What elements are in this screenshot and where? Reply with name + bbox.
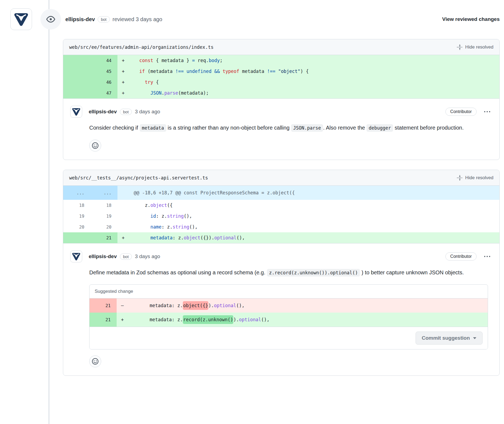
code-token: (), <box>237 235 245 240</box>
code-token: undefined <box>187 69 212 74</box>
hide-resolved-button[interactable]: Hide resolved <box>457 175 493 181</box>
diff-line: 1818 z.object({ <box>63 200 499 211</box>
avatar[interactable] <box>70 106 82 118</box>
diff-block: ......@@ -18,6 +18,7 @@ const ProjectRes… <box>63 186 499 243</box>
code-line: metadata: z.object({}).optional(), <box>129 303 488 308</box>
suggestion-footer: Commit suggestion <box>90 327 488 349</box>
line-number: 20 <box>63 221 90 232</box>
code-token: ({}). <box>200 235 214 240</box>
diff-line: 21+ metadata: z.object({}).optional(), <box>63 232 499 243</box>
code-token: (metadata); <box>178 90 209 96</box>
code-token: metadata <box>239 69 267 74</box>
code-token: optional <box>239 317 261 322</box>
code-token: metadata: z. <box>133 317 183 322</box>
reaction-row <box>89 355 492 367</box>
kebab-menu-button[interactable] <box>484 110 491 113</box>
line-number: 46 <box>63 77 117 88</box>
code-token: !== <box>176 69 184 74</box>
code-token: optional <box>214 303 236 308</box>
code-token: record(z.unknown() <box>183 315 233 324</box>
review-comment: ellipsis-dev bot 3 days ago Contributor … <box>63 243 499 375</box>
code-token: (), <box>261 317 270 322</box>
comment-author[interactable]: ellipsis-dev <box>89 109 117 115</box>
review-author[interactable]: ellipsis-dev <box>65 16 95 23</box>
kebab-menu-button[interactable] <box>484 255 491 258</box>
code-token: if <box>139 69 145 74</box>
diff-sign: + <box>117 79 130 85</box>
contributor-badge: Contributor <box>445 108 477 116</box>
code-token <box>212 69 214 74</box>
code-token <box>134 58 139 63</box>
code-token: { <box>153 79 159 85</box>
hide-resolved-button[interactable]: Hide resolved <box>457 44 493 50</box>
code-token: ; <box>220 58 222 63</box>
code-token: @@ -18,6 +18,7 @@ const ProjectResponseS… <box>134 190 295 195</box>
diff-line: 2020 name: z.string(), <box>63 221 499 232</box>
code-token: = <box>192 58 195 63</box>
code-token <box>220 69 222 74</box>
code-token: req. <box>195 58 209 63</box>
file-header: web/src/ee/features/admin-api/organizati… <box>63 39 499 55</box>
suggestion-diff: 21– metadata: z.object({}).optional(),21… <box>90 298 488 327</box>
code-token: (), <box>189 224 198 230</box>
code-token: try <box>145 79 153 85</box>
code-token: string <box>167 213 184 219</box>
file-path-link[interactable]: web/src/__tests__/async/projects-api.ser… <box>69 175 208 181</box>
code-line: id: z.string(), <box>130 213 499 219</box>
comment-header: ellipsis-dev bot 3 days ago Contributor <box>70 106 492 118</box>
code-token: body <box>209 58 220 63</box>
inline-code: z.record(z.unknown()).optional() <box>267 269 360 277</box>
diff-sign: + <box>117 235 130 240</box>
review-thread-card: web/src/__tests__/async/projects-api.ser… <box>63 170 500 376</box>
line-number: ... <box>63 186 90 200</box>
diff-line: 47+ JSON.parse(metadata); <box>63 88 499 98</box>
code-token <box>134 79 145 85</box>
add-reaction-button[interactable] <box>89 140 101 152</box>
line-number: 19 <box>63 211 90 221</box>
review-comment: ellipsis-dev bot 3 days ago Contributor … <box>63 98 499 160</box>
code-token: object <box>184 235 200 240</box>
kebab-icon <box>484 110 491 113</box>
file-path-link[interactable]: web/src/ee/features/admin-api/organizati… <box>69 44 213 50</box>
add-reaction-button[interactable] <box>89 355 101 367</box>
code-token: (metadata <box>145 69 176 74</box>
line-number: 18 <box>90 200 117 211</box>
comment-author[interactable]: ellipsis-dev <box>89 253 117 259</box>
comment-timestamp[interactable]: 3 days ago <box>135 253 160 259</box>
code-token: : z. <box>161 224 173 230</box>
code-token: "object" <box>278 69 300 74</box>
code-token: JSON <box>150 90 161 96</box>
reaction-row <box>89 140 492 152</box>
commit-suggestion-label: Commit suggestion <box>422 335 470 341</box>
line-number <box>63 232 90 243</box>
diff-line: 21– metadata: z.object({}).optional(), <box>90 298 488 313</box>
line-number: 20 <box>90 221 117 232</box>
diff-sign: + <box>117 69 130 74</box>
code-token <box>134 90 150 96</box>
kebab-icon <box>484 255 491 258</box>
code-token: typeof <box>223 69 239 74</box>
smiley-icon <box>92 142 99 149</box>
suggested-change-title: Suggested change <box>90 285 488 298</box>
avatar[interactable] <box>70 250 82 262</box>
code-token: : z. <box>173 235 184 240</box>
commit-suggestion-button[interactable]: Commit suggestion <box>416 332 483 345</box>
code-token: ). <box>233 317 239 322</box>
avatar[interactable] <box>10 8 32 30</box>
code-token: ({ <box>167 203 173 208</box>
diff-line: 21+ metadata: z.record(z.unknown()).opti… <box>90 313 488 327</box>
diff-sign: – <box>117 303 129 308</box>
comment-timestamp[interactable]: 3 days ago <box>135 109 160 115</box>
code-token: . <box>161 90 164 96</box>
view-reviewed-changes-link[interactable]: View reviewed changes <box>442 16 500 22</box>
dropdown-caret-icon <box>473 337 476 339</box>
line-number: 21 <box>90 298 117 313</box>
suggested-change-block: Suggested change 21– metadata: z.object(… <box>89 284 488 349</box>
line-number: 45 <box>63 66 117 77</box>
code-line: name: z.string(), <box>130 224 499 230</box>
line-number: 18 <box>63 200 90 211</box>
hide-resolved-label: Hide resolved <box>465 44 493 50</box>
timeline-line <box>49 0 49 424</box>
code-token <box>184 69 186 74</box>
code-token: !== <box>267 69 275 74</box>
